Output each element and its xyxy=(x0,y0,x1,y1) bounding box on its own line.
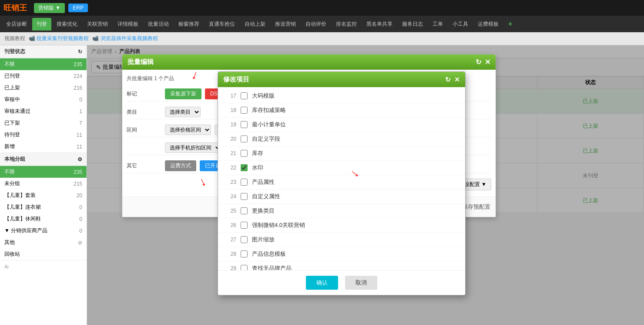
status-review-failed[interactable]: 审核未通过 1 xyxy=(0,105,87,117)
gear-icon[interactable]: ⚙ xyxy=(77,156,82,162)
modify-item-label: 最小计量单位 xyxy=(252,121,286,129)
batch-refresh-icon[interactable]: ↻ xyxy=(476,58,481,66)
status-unlimited[interactable]: 不限 235 xyxy=(0,58,87,70)
status-reviewing[interactable]: 审核中 0 xyxy=(0,94,87,105)
nav-item-diagnose[interactable]: 全店诊断 xyxy=(2,18,31,30)
nav-item-blacklist[interactable]: 黑名单共享 xyxy=(362,18,397,30)
modify-item-num: 28 xyxy=(224,251,236,257)
ai-label: Ai xyxy=(0,261,87,273)
refresh-icon[interactable]: ↻ xyxy=(78,49,82,55)
content-area: 产品管理 › 产品列表 ✎ 批量编辑 ⊞ 分组 🏷 标记 🗑 删除 ▼ xyxy=(87,45,644,325)
modify-item-label: 自定义字段 xyxy=(252,135,280,143)
status-on-shelf[interactable]: 已上架 216 xyxy=(0,82,87,94)
modify-item-checkbox[interactable] xyxy=(241,92,248,99)
modify-list-item: 21库存 xyxy=(218,146,465,161)
modify-confirm-btn[interactable]: 确认 xyxy=(306,276,338,290)
batch-close-icon[interactable]: ✕ xyxy=(485,58,490,66)
group-children-shoes[interactable]: 【儿童】休闲鞋 0 xyxy=(0,213,87,225)
modify-item-checkbox[interactable] xyxy=(241,121,248,128)
modify-item-checkbox[interactable] xyxy=(241,164,248,171)
nav-item-auto-review[interactable]: 自动评价 xyxy=(301,18,331,30)
group-children-suit[interactable]: 【儿童】套装 20 xyxy=(0,190,87,201)
modify-title: 修改项目 xyxy=(223,75,249,84)
breadcrumb-bar: 视频教程 📹 批量采集刊登视频教程 📹 浏览器插件采集视频教程 xyxy=(0,32,644,45)
modify-item-num: 23 xyxy=(224,179,236,185)
group-recycle[interactable]: 回收站 xyxy=(0,248,87,260)
nav-item-detail-template[interactable]: 详情模板 xyxy=(113,18,143,30)
nav-item-freight-template[interactable]: 运费模板 xyxy=(473,18,503,30)
batch-source-down-btn[interactable]: 采集源下架 xyxy=(165,88,201,99)
modify-item-checkbox[interactable] xyxy=(241,135,248,142)
main-layout: 刊登状态 ↻ 不限 235 已刊登 224 已上架 216 审核中 0 审核未通… xyxy=(0,45,644,325)
modify-item-label: 图片缩放 xyxy=(252,236,275,244)
marketing-version-button[interactable]: 营销版 ▼ xyxy=(34,3,65,13)
erp-button[interactable]: ERP xyxy=(68,3,88,12)
group-children-dress[interactable]: 【儿童】连衣裙 0 xyxy=(0,201,87,213)
modify-item-label: 产品属性 xyxy=(252,178,275,186)
modify-list-item: 27图片缩放 xyxy=(218,233,465,247)
nav-item-rank-monitor[interactable]: 排名监控 xyxy=(332,18,361,30)
batch-label-mark: 标记 xyxy=(127,90,161,98)
modify-item-checkbox[interactable] xyxy=(241,193,248,200)
group-other[interactable]: 其他 ⊘ xyxy=(0,237,87,248)
modify-refresh-icon[interactable]: ↻ xyxy=(445,76,451,84)
modify-item-num: 21 xyxy=(224,150,236,156)
modify-close-icon[interactable]: ✕ xyxy=(454,76,460,84)
nav-item-work-order[interactable]: 工单 xyxy=(428,18,447,30)
batch-label-other: 其它 xyxy=(127,162,161,169)
modify-items-list: 17大码模版18库存扣减策略19最小计量单位20自定义字段21库存22水印23产… xyxy=(218,87,465,270)
modify-list-item: 22水印 xyxy=(218,161,465,175)
modify-list-item: 18库存扣减策略 xyxy=(218,103,465,118)
group-section-header: 本地分组 ⚙ xyxy=(0,153,87,166)
modify-item-checkbox[interactable] xyxy=(241,150,248,157)
nav-item-direct-train[interactable]: 直通车抢位 xyxy=(205,18,239,30)
modify-item-checkbox[interactable] xyxy=(241,207,248,214)
modify-item-num: 19 xyxy=(224,122,236,128)
group-ungrouped[interactable]: 未分组 215 xyxy=(0,178,87,190)
nav-item-tools[interactable]: 小工具 xyxy=(448,18,473,30)
modify-item-num: 26 xyxy=(224,222,236,228)
batch-panel-title: 批量编辑 xyxy=(127,58,154,66)
modify-item-label: 自定义属性 xyxy=(252,193,280,200)
group-header-label: 本地分组 xyxy=(4,156,25,163)
video-tutorial-1[interactable]: 📹 批量采集刊登视频教程 xyxy=(29,35,89,42)
batch-freight-btn[interactable]: 运费方式 xyxy=(165,160,196,171)
modify-item-checkbox[interactable] xyxy=(241,222,248,229)
video-tutorial-2[interactable]: 📹 浏览器插件采集视频教程 xyxy=(92,35,158,42)
modify-list-item: 25更换类目 xyxy=(218,204,465,218)
modify-item-label: 水印 xyxy=(252,164,263,172)
batch-label-category: 类目 xyxy=(127,108,161,116)
status-pending[interactable]: 待刊登 11 xyxy=(0,129,87,141)
modify-item-num: 25 xyxy=(224,208,236,214)
modify-item-checkbox[interactable] xyxy=(241,107,248,114)
nav-item-batch-activity[interactable]: 批量活动 xyxy=(144,18,173,30)
nav-item-related-marketing[interactable]: 关联营销 xyxy=(83,18,112,30)
modify-item-checkbox[interactable] xyxy=(241,236,248,243)
modify-item-checkbox[interactable] xyxy=(241,265,248,270)
batch-category-select[interactable]: 选择类目 xyxy=(165,107,201,117)
batch-mobile-discount-select[interactable]: 选择手机折扣区间 xyxy=(165,142,221,153)
modify-item-label: 查找无品牌产品 xyxy=(252,264,292,270)
modify-item-label: 大码模版 xyxy=(252,92,275,100)
status-listed[interactable]: 已刊登 224 xyxy=(0,70,87,82)
group-distributor[interactable]: ▼ 分销供应商产品 0 xyxy=(0,225,87,237)
nav-item-push-marketing[interactable]: 推送营销 xyxy=(271,18,300,30)
modify-list-item: 28产品信息模板 xyxy=(218,247,465,261)
nav-item-add[interactable]: + xyxy=(504,17,517,30)
nav-item-seo[interactable]: 搜索优化 xyxy=(52,18,82,30)
nav-item-showcase[interactable]: 橱窗推荐 xyxy=(174,18,204,30)
modify-list-item: 26强制微销4.0关联营销 xyxy=(218,218,465,233)
modify-item-checkbox[interactable] xyxy=(241,251,248,257)
modify-item-checkbox[interactable] xyxy=(241,179,248,186)
nav-item-listing[interactable]: 刊登 xyxy=(32,18,51,30)
modify-item-num: 27 xyxy=(224,237,236,243)
group-unlimited[interactable]: 不限 235 xyxy=(0,166,87,178)
batch-price-range-select[interactable]: 选择价格区间 xyxy=(165,125,211,135)
modify-cancel-btn[interactable]: 取消 xyxy=(345,276,377,290)
modify-item-num: 22 xyxy=(224,165,236,171)
nav-item-service-log[interactable]: 服务日志 xyxy=(398,18,427,30)
status-off-shelf[interactable]: 已下架 7 xyxy=(0,117,87,129)
sidebar: 刊登状态 ↻ 不限 235 已刊登 224 已上架 216 审核中 0 审核未通… xyxy=(0,45,87,325)
nav-item-auto-listing[interactable]: 自动上架 xyxy=(240,18,270,30)
status-new[interactable]: 新增 11 xyxy=(0,141,87,152)
